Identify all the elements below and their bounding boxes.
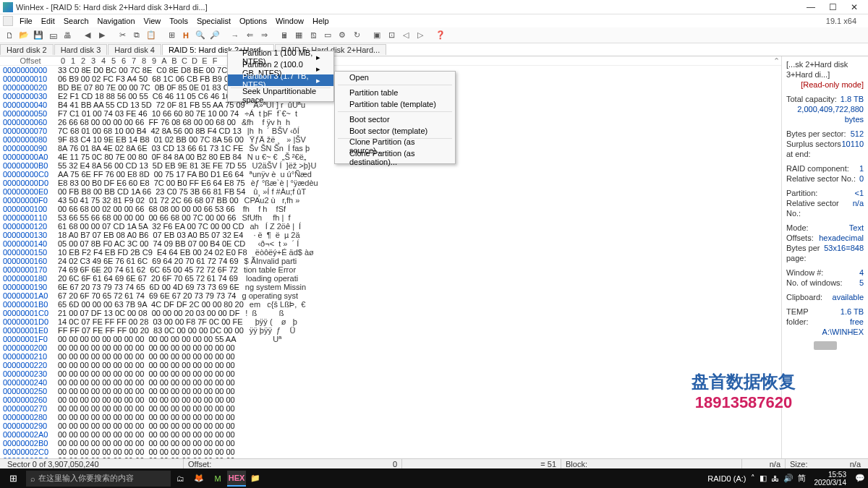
hex-bytes[interactable]: 00 00 00 00 00 00 00 00 00 00 00 00 00 0… [58, 430, 235, 439]
hex-ascii[interactable]: ŸƒÄ žë ¸ » |ŠV [250, 135, 308, 144]
hex-ascii[interactable] [241, 395, 276, 404]
hex-row[interactable]: 000000029000 00 00 00 00 00 00 00 00 00 … [3, 421, 781, 430]
hex-bytes[interactable]: AA 75 6E FF 76 00 E8 8D 00 75 17 FA B0 D… [58, 170, 244, 179]
tab-hard-disk-2[interactable]: Hard disk 2 [0, 44, 54, 55]
hex-row[interactable]: 000000016024 02 C3 49 6E 76 61 6C 69 64 … [3, 257, 781, 265]
menu-specialist[interactable]: Specialist [193, 17, 234, 25]
hex-ascii[interactable] [241, 439, 276, 448]
hex-ascii[interactable]: þÿÿ ( ø þ [249, 317, 297, 326]
toolbar-cut-icon[interactable]: ✂ [116, 29, 129, 42]
hex-ascii[interactable]: èƒ °ßæ`è | °ÿædèu [251, 179, 318, 187]
hex-ascii[interactable]: ÿÿ þÿÿ ƒ Ü [250, 326, 300, 335]
hex-bytes[interactable]: BD BE 07 80 7E 00 00 7C 0B 0F 85 0E 01 8… [58, 83, 244, 92]
hex-ascii[interactable]: tion table Error [244, 265, 296, 274]
hex-row[interactable]: 00000002A000 00 00 00 00 00 00 00 00 00 … [3, 430, 781, 439]
hex-bytes[interactable]: 00 00 00 00 00 00 00 00 00 00 00 00 00 0… [58, 395, 235, 404]
toolbar-next-icon[interactable]: ▷ [414, 29, 427, 42]
hex-bytes[interactable]: 00 00 00 00 00 00 00 00 00 00 00 00 00 0… [58, 413, 235, 421]
toolbar-open-icon[interactable]: 📂 [17, 29, 30, 42]
hex-bytes[interactable]: 06 B9 00 02 FC F3 A4 50 68 1C 06 CB FB B… [58, 74, 244, 83]
hex-bytes[interactable]: E8 83 00 B0 DF E6 60 E8 7C 00 B0 FF E6 6… [58, 179, 245, 187]
hex-bytes[interactable]: 61 68 00 00 07 CD 1A 5A 32 F6 EA 00 7C 0… [58, 222, 244, 231]
hex-row[interactable]: 000000017074 69 6F 6E 20 74 61 62 6C 65 … [3, 265, 781, 274]
hex-bytes[interactable]: 00 00 00 00 00 00 00 00 00 00 00 00 00 0… [58, 335, 237, 343]
toolbar-select-icon[interactable]: ▣ [370, 29, 383, 42]
hex-ascii[interactable]: ah Í Z 2öê | Í [250, 222, 301, 231]
hex-bytes[interactable]: 43 50 41 75 32 81 F9 02 01 72 2C 66 68 0… [58, 196, 239, 205]
hex-ascii[interactable] [241, 361, 276, 369]
hex-row[interactable]: 00000001A067 20 6F 70 65 72 61 74 69 6E … [3, 291, 781, 300]
toolbar-gear-icon[interactable]: ⚙ [336, 29, 349, 42]
ctx-partition-table-template[interactable]: Partition table (template) [335, 98, 455, 110]
hex-ascii[interactable]: ÷Á t þF f`€~ t [244, 109, 297, 118]
hex-row[interactable]: 00000002C000 00 00 00 00 00 00 00 00 00 … [3, 448, 781, 456]
hex-row[interactable]: 00000000D0E8 83 00 B0 DF E6 60 E8 7C 00 … [3, 179, 781, 187]
hex-row[interactable]: 000000010000 66 68 00 02 00 00 66 68 08 … [3, 205, 781, 213]
tray-network-icon[interactable]: 🖧 [771, 474, 779, 483]
hex-bytes[interactable]: 00 66 68 00 02 00 00 66 68 08 00 00 00 6… [58, 205, 235, 213]
hex-row[interactable]: 000000018020 6C 6F 61 64 69 6E 67 20 6F … [3, 274, 781, 283]
hex-row[interactable]: 00000000C0AA 75 6E FF 76 00 E8 8D 00 75 … [3, 170, 781, 179]
hex-ascii[interactable]: SfUfh fh | f [242, 213, 291, 222]
hex-row[interactable]: 00000002D000 00 00 00 00 00 00 00 00 00 … [3, 456, 781, 458]
hex-scroll-up-icon[interactable]: ⌃ [773, 56, 781, 65]
toolbar-fwd-icon[interactable]: ⇒ [258, 29, 271, 42]
toolbar-window-icon[interactable]: ⊡ [385, 29, 398, 42]
hex-ascii[interactable]: ng system Missin [245, 283, 306, 291]
toolbar-back-icon[interactable]: ⇐ [243, 29, 256, 42]
hex-ascii[interactable]: N u €~ € „Š ²€ë„ [247, 153, 307, 161]
hex-ascii[interactable]: ëòôëý+É äd$ àø [253, 248, 314, 257]
hex-ascii[interactable] [241, 352, 276, 361]
hex-bytes[interactable]: 24 02 C3 49 6E 76 61 6C 69 64 20 70 61 7… [58, 257, 239, 265]
hex-bytes[interactable]: 53 66 55 66 68 00 00 00 00 66 68 00 7C 0… [58, 213, 237, 222]
start-button[interactable]: ⊞ [0, 473, 26, 484]
hex-row[interactable]: 00000000E000 FB B8 00 BB CD 1A 66 23 C0 … [3, 187, 781, 196]
toolbar-search-icon[interactable]: 🔍 [194, 29, 207, 42]
hex-row[interactable]: 000000025000 00 00 00 00 00 00 00 00 00 … [3, 387, 781, 395]
ctx-partition-table[interactable]: Partition table [335, 87, 455, 98]
hex-row[interactable]: 000000015010 EB F2 F4 EB FD 2B C9 E4 64 … [3, 248, 781, 257]
ctx-clone-destination[interactable]: Clone Partition (as destination)... [335, 152, 455, 163]
menu-navigation[interactable]: Navigation [94, 17, 139, 25]
hex-ascii[interactable]: û¸ »Í f #Àu;f ûT [251, 187, 306, 196]
hex-ascii[interactable] [241, 378, 276, 387]
toolbar-help-icon[interactable]: ❓ [434, 29, 447, 42]
toolbar-clone-icon[interactable]: ⊞ [165, 29, 178, 42]
menu-tools[interactable]: Tools [166, 17, 192, 25]
app-menu-icon[interactable] [3, 16, 13, 26]
hex-ascii[interactable]: U2äŠV Í ]ëž >þ}U [252, 161, 317, 170]
hex-row[interactable]: 000000014005 00 07 8B F0 AC 3C 00 74 09 … [3, 239, 781, 248]
tab-hard-disk-3[interactable]: Hard disk 3 [54, 44, 108, 55]
hex-ascii[interactable]: ªunÿv è u ú°Ñæd [250, 170, 312, 179]
hex-bytes[interactable]: B4 41 BB AA 55 CD 13 5D 72 0F 81 FB 55 A… [58, 100, 245, 109]
toolbar-disk-icon[interactable]: 🖴 [46, 29, 59, 42]
hex-ascii[interactable] [241, 404, 276, 413]
taskbar-app-1[interactable]: 🗂 [171, 471, 190, 487]
hex-ascii[interactable] [241, 343, 276, 352]
hex-ascii[interactable] [241, 421, 276, 430]
hex-bytes[interactable]: 14 0C 07 FE FF FF 00 28 03 00 00 F8 7F 0… [58, 317, 243, 326]
tray-volume-icon[interactable]: 🔊 [783, 474, 793, 483]
hex-bytes[interactable]: 00 00 00 00 00 00 00 00 00 00 00 00 00 0… [58, 421, 235, 430]
hex-bytes[interactable]: F7 C1 01 00 74 03 FE 46 10 66 60 80 7E 1… [58, 109, 239, 118]
taskbar-app-m[interactable]: M [208, 471, 227, 487]
hex-ascii[interactable] [241, 448, 276, 456]
hex-ascii[interactable]: &fh f ÿv h h [242, 118, 292, 127]
menu-window[interactable]: Window [272, 17, 307, 25]
hex-bytes[interactable]: 65 6D 00 00 00 63 7B 9A 4C DF DF 2C 00 0… [58, 300, 244, 309]
ctx-open[interactable]: Open [335, 72, 455, 83]
hex-bytes[interactable]: 4E 11 75 0C 80 7E 00 80 0F 84 8A 00 B2 8… [58, 153, 242, 161]
hex-ascii[interactable]: $ ÃInvalid parti [244, 257, 297, 265]
toolbar-prev-icon[interactable]: ◁ [399, 29, 412, 42]
tray-connect-icon[interactable]: ◧ [760, 474, 767, 483]
toolbar-copy-icon[interactable]: ⧉ [130, 29, 143, 42]
ctx-seek-unpartitionable[interactable]: Seek Unpartitionable space [228, 90, 333, 101]
hex-ascii[interactable]: Šv ŠN Šn Í fas þ [249, 144, 310, 153]
toolbar-hex-icon[interactable]: H [179, 29, 192, 42]
hex-bytes[interactable]: 00 00 00 00 00 00 00 00 00 00 00 00 00 0… [58, 343, 235, 352]
hex-ascii[interactable] [241, 387, 276, 395]
hex-ascii[interactable] [241, 456, 276, 458]
hex-bytes[interactable]: FF FF 07 FE FF FF 00 20 83 0C 00 00 00 D… [58, 326, 244, 335]
toolbar-refresh-icon[interactable]: ↻ [350, 29, 363, 42]
hex-bytes[interactable]: 6E 67 20 73 79 73 74 65 6D 00 4D 69 73 7… [58, 283, 239, 291]
